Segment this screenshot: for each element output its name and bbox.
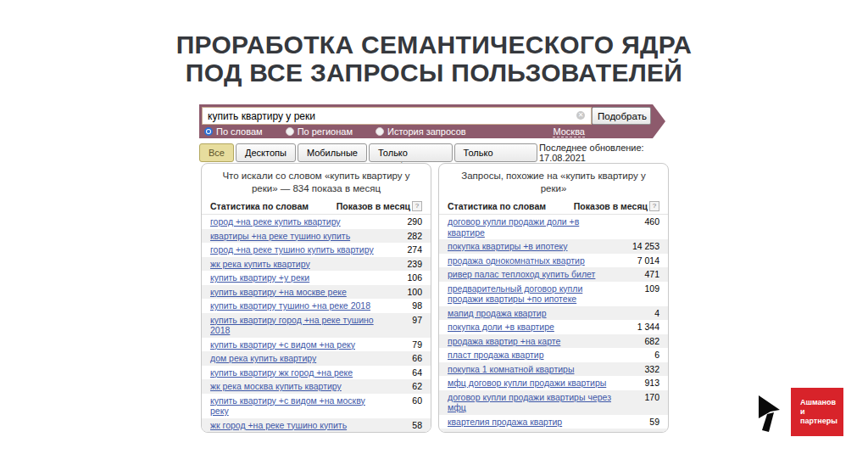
- count-value: 170: [644, 392, 659, 403]
- keyword-link[interactable]: жк река: [448, 430, 479, 433]
- count-value: 98: [412, 300, 422, 311]
- keyword-link[interactable]: покупка 1 комнатной квартиры: [448, 364, 574, 375]
- count-value: 1 344: [637, 322, 659, 333]
- radio-icon[interactable]: [376, 127, 384, 136]
- help-icon[interactable]: ?: [649, 201, 659, 211]
- count-value: 290: [407, 216, 422, 227]
- table-row: квартелия продажа квартир 59: [439, 415, 668, 429]
- mode-label: По регионам: [298, 126, 353, 137]
- keyword-link[interactable]: дом река купить квартиру: [210, 353, 316, 364]
- table-row: город +на реке купить квартиру 290: [202, 215, 431, 229]
- keyword-link[interactable]: предварительный договор купли продажи кв…: [448, 283, 617, 305]
- help-icon[interactable]: ?: [412, 201, 422, 211]
- count-value: 58: [412, 420, 422, 431]
- table-row: жк город +на реке тушино купить квартиру…: [202, 418, 431, 434]
- keyword-link[interactable]: купить квартиру +на москве реке: [210, 287, 347, 298]
- tab-label: Все: [209, 148, 225, 158]
- keyword-link[interactable]: продажа квартир +на карте: [448, 336, 560, 347]
- search-input[interactable]: [202, 107, 592, 125]
- keyword-link[interactable]: мапид продажа квартир: [448, 308, 547, 319]
- keyword-link[interactable]: квартелия продажа квартир: [448, 417, 562, 428]
- radio-icon[interactable]: [286, 127, 294, 136]
- mode-radio-option[interactable]: По регионам: [286, 126, 353, 137]
- keyword-link[interactable]: покупка доли +в квартире: [448, 322, 554, 333]
- mode-radio-option[interactable]: По словам: [204, 126, 263, 137]
- table-row: ривер палас теплоход купить билет 471: [439, 267, 668, 282]
- count-value: 460: [644, 216, 659, 227]
- submit-button[interactable]: Подобрать: [592, 107, 651, 125]
- left-results-table: Что искали со словом «купить квартиру у …: [201, 163, 431, 433]
- keyword-link[interactable]: пласт продажа квартир: [448, 350, 544, 361]
- device-tab[interactable]: Мобильные: [298, 143, 367, 162]
- keyword-link[interactable]: жк город +на реке тушино купить квартиру: [210, 420, 380, 434]
- keyword-link[interactable]: купить квартиру +с видом +на реку: [210, 339, 355, 350]
- mode-radio-option[interactable]: История запросов: [376, 126, 466, 137]
- table-row: мапид продажа квартир 4: [439, 306, 668, 321]
- count-value: 14 253: [632, 241, 659, 252]
- keyword-link[interactable]: покупка квартиры +в ипотеку: [448, 241, 568, 252]
- page-title-line2: ПОД ВСЕ ЗАПРОСЫ ПОЛЬЗОВАТЕЛЕЙ: [0, 59, 868, 87]
- page-title: ПРОРАБОТКА СЕМАНТИЧЕСКОГО ЯДРА ПОД ВСЕ З…: [0, 31, 868, 87]
- count-value: 60: [412, 395, 422, 406]
- keyword-link[interactable]: купить квартиру город +на реке тушино 20…: [210, 315, 380, 336]
- device-tab[interactable]: Десктопы: [236, 143, 296, 162]
- count-value: 471: [644, 269, 659, 280]
- count-value: 106: [407, 272, 422, 283]
- count-value: 3 257: [637, 430, 659, 433]
- table-row: купить квартиру +с видом +на москву реку…: [202, 394, 431, 418]
- company-logo: Ашманов и партнеры: [791, 388, 843, 436]
- keyword-link[interactable]: договор купли продажи доли +в квартире: [448, 216, 617, 238]
- page-title-line1: ПРОРАБОТКА СЕМАНТИЧЕСКОГО ЯДРА: [0, 31, 868, 59]
- table-row: покупка квартиры +в ипотеку 14 253: [439, 239, 668, 254]
- device-tab[interactable]: Только телефоны: [369, 143, 453, 162]
- count-value: 7 014: [637, 255, 659, 266]
- device-tabs: Все Десктопы Мобильные Только телефоны Т…: [199, 143, 670, 163]
- table-row: жк река москва купить квартиру 62: [202, 379, 431, 394]
- table-row: договор купли продажи квартиры через мфц…: [439, 390, 668, 415]
- table-row: мфц договор купли продажи квартиры 913: [439, 376, 668, 390]
- keyword-link[interactable]: договор купли продажи квартиры через мфц: [448, 392, 617, 413]
- keyword-link[interactable]: жк река москва купить квартиру: [210, 381, 342, 392]
- keyword-link[interactable]: мфц договор купли продажи квартиры: [448, 378, 606, 389]
- table-row: жк река купить квартиру 239: [202, 257, 431, 272]
- keyword-link[interactable]: купить квартиру +у реки: [210, 272, 309, 283]
- count-value: 4: [654, 308, 659, 319]
- count-value: 913: [644, 378, 659, 389]
- cursor-a-logo-icon: [756, 395, 782, 433]
- table-row: купить квартиру +на москве реке 100: [202, 285, 431, 300]
- table-row: купить квартиру город +на реке тушино 20…: [202, 313, 431, 338]
- keyword-link[interactable]: ривер палас теплоход купить билет: [448, 269, 595, 280]
- mode-label: По словам: [216, 126, 263, 137]
- search-modes: По словам По регионам История запросов: [204, 126, 466, 137]
- keyword-link[interactable]: продажа однокомнатных квартир: [448, 255, 585, 266]
- count-value: 682: [644, 336, 659, 347]
- left-table-title: Что искали со словом «купить квартиру у …: [202, 164, 431, 199]
- table-row: договор купли продажи доли +в квартире 4…: [439, 215, 668, 239]
- radio-icon[interactable]: [204, 127, 213, 136]
- table-row: купить квартиру +с видом +на реку 79: [202, 338, 431, 352]
- mode-label: История запросов: [387, 126, 466, 137]
- count-value: 59: [649, 417, 659, 428]
- col-keyword-header: Статистика по словам: [448, 201, 546, 211]
- count-value: 239: [407, 259, 422, 270]
- left-table-columns: Статистика по словам Показов в месяц ?: [202, 199, 431, 215]
- keyword-link[interactable]: купить квартиру тушино +на реке 2018: [210, 300, 370, 311]
- keyword-link[interactable]: купить квартиру +с видом +на москву реку: [210, 395, 380, 417]
- device-tab[interactable]: Все: [199, 143, 234, 162]
- device-tab[interactable]: Только планшеты: [454, 143, 537, 162]
- col-keyword-header: Статистика по словам: [210, 201, 309, 211]
- col-count-header: Показов в месяц: [337, 201, 410, 211]
- count-value: 100: [407, 287, 422, 298]
- right-table-columns: Статистика по словам Показов в месяц ?: [439, 199, 668, 215]
- clear-icon[interactable]: ✕: [576, 111, 585, 120]
- table-row: покупка 1 комнатной квартиры 332: [439, 362, 668, 377]
- keyword-link[interactable]: квартиры +на реке тушино купить: [210, 231, 350, 242]
- keyword-link[interactable]: купить квартиру жк город +на реке: [210, 367, 353, 378]
- slide: ПРОРАБОТКА СЕМАНТИЧЕСКОГО ЯДРА ПОД ВСЕ З…: [0, 0, 868, 465]
- count-value: 109: [644, 283, 659, 294]
- keyword-link[interactable]: город +на реке тушино купить квартиру: [210, 244, 374, 255]
- keyword-link[interactable]: город +на реке купить квартиру: [210, 216, 341, 227]
- keyword-link[interactable]: жк река купить квартиру: [210, 259, 310, 270]
- tab-label: Десктопы: [245, 148, 287, 158]
- region-selector[interactable]: Москва: [553, 126, 585, 137]
